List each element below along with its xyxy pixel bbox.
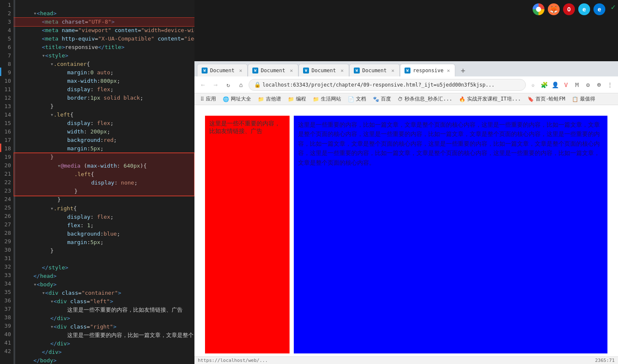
bookmark-frog-label: 首页-蛤蛙FM <box>536 95 565 103</box>
code-line-8: margin:0 auto; <box>14 60 194 68</box>
code-line-9: max-width:800px; <box>14 68 194 77</box>
code-line-1: ▾<head> <box>14 1 194 9</box>
firefox-logo[interactable]: 🦊 <box>548 3 560 15</box>
ie-logo[interactable]: e <box>578 3 590 15</box>
code-line-17: margin:5px; <box>14 136 194 144</box>
line-numbers: 1 2 3 4 5 6 7 8 9 10 11 12 13 14 15 16 1… <box>0 0 14 364</box>
right-content-text: 这里是一些重要的内容，比如一篇文章，文章是整个页面的核心内容，这里是一些重要的内… <box>298 121 600 166</box>
code-line-23: } <box>14 187 194 196</box>
code-line-20: .left{ <box>14 162 194 170</box>
tab-icon-4: W <box>354 68 360 73</box>
bookmark-miaosha-label: 秒杀信息_秒杀汇... <box>405 95 452 103</box>
bookmark-urls[interactable]: 🌐 网址大全 <box>220 95 254 103</box>
code-editor[interactable]: 1 2 3 4 5 6 7 8 9 10 11 12 13 14 15 16 1… <box>0 0 194 364</box>
bookmark-life[interactable]: 📁 生活网站 <box>310 95 344 103</box>
left-content-text: 这里是一些不重要的内容，比如友情链接、广告 <box>209 120 280 134</box>
status-bar: https://localhost/web/... 2365:71 <box>194 356 618 364</box>
extensions-icon[interactable]: 🧩 <box>539 80 549 90</box>
code-line-6: ▾<style> <box>14 43 194 52</box>
code-line-36: 这里是一些不重要的内容，比如友情链接、广告 <box>14 297 194 306</box>
sync-icon[interactable]: 👤 <box>550 80 560 90</box>
tab-close-2[interactable]: ✕ <box>289 67 294 74</box>
edge-logo[interactable]: e <box>593 3 605 15</box>
url-text: localhost:63343/project/chapter4/09-resp… <box>263 82 495 88</box>
code-line-16: background:red; <box>14 128 194 136</box>
forward-button[interactable]: → <box>211 80 221 90</box>
code-line-29: } <box>14 238 194 247</box>
code-line-41: </div> <box>14 340 194 348</box>
bookmarks-bar: ⠿ 应用 🌐 网址大全 📁 吉他谱 📁 编程 📁 生活网站 📄 文档 <box>194 93 618 105</box>
course-icon: 🔥 <box>459 96 465 102</box>
frog-icon: 🔖 <box>528 96 534 102</box>
tab-title-2: Document <box>261 68 287 73</box>
home-button[interactable]: ⌂ <box>236 80 246 90</box>
browser-tab-4[interactable]: W Document ✕ <box>349 64 400 76</box>
browser-window: W Document ✕ W Document ✕ W Document ✕ W… <box>194 61 618 364</box>
code-line-30 <box>14 247 194 255</box>
refresh-button[interactable]: ↻ <box>223 80 233 90</box>
bookmark-frog[interactable]: 🔖 首页-蛤蛙FM <box>525 95 568 103</box>
bookmark-icon[interactable]: ☆ <box>528 80 538 90</box>
bookmark-code-label: 编程 <box>296 95 306 103</box>
code-icon: 📁 <box>288 96 294 102</box>
more-icon[interactable]: ⋮ <box>605 80 615 90</box>
code-line-37: </div> <box>14 306 194 314</box>
url-bar[interactable]: 🔒 localhost:63343/project/chapter4/09-re… <box>249 79 526 91</box>
tab-title-3: Document <box>312 68 337 73</box>
bookmark-guitar-label: 吉他谱 <box>266 95 281 103</box>
code-content[interactable]: ▾<head> <meta charset="UTF-8"> <meta nam… <box>14 0 194 364</box>
line-indicator-blue <box>0 68 1 76</box>
browser-tab-5-active[interactable]: W responsive ✕ <box>400 64 455 76</box>
code-line-5: <title>responsive</title> <box>14 35 194 43</box>
bookmark-best[interactable]: 📋 最值得 <box>569 95 598 103</box>
ssl-icon: 🔒 <box>254 81 261 88</box>
line-indicator-red <box>0 144 1 152</box>
code-line-24: ▾.right{ <box>14 196 194 204</box>
browser-logos: 🦊 O e e <box>533 3 605 15</box>
bookmark-baidu[interactable]: 🐾 百度 <box>370 95 394 103</box>
bookmark-code[interactable]: 📁 编程 <box>285 95 309 103</box>
browser-tab-3[interactable]: W Document ✕ <box>298 64 349 76</box>
code-line-32: </head> <box>14 263 194 272</box>
code-line-28: margin:5px; <box>14 230 194 238</box>
bookmark-guitar[interactable]: 📁 吉他谱 <box>255 95 284 103</box>
code-line-27: background:blue; <box>14 221 194 230</box>
code-line-19: ▾@media (max-width: 640px){ <box>14 153 194 162</box>
status-url: https://localhost/web/... <box>198 358 268 363</box>
tab-close-5[interactable]: ✕ <box>446 67 451 74</box>
bookmark-apps[interactable]: ⠿ 应用 <box>198 95 219 103</box>
code-line-42: </body> <box>14 348 194 356</box>
browser-tab-1[interactable]: W Document ✕ <box>197 64 248 76</box>
tab-close-3[interactable]: ✕ <box>340 67 345 74</box>
chrome-logo[interactable] <box>533 3 544 15</box>
bookmark-urls-label: 网址大全 <box>231 95 251 103</box>
bookmark-miaosha[interactable]: ⏱ 秒杀信息_秒杀汇... <box>395 95 455 103</box>
media-query-highlight: ▾@media (max-width: 640px){ .left{ displ… <box>14 153 194 196</box>
code-line-2: <meta charset="UTF-8"> <box>14 9 194 18</box>
opera-logo[interactable]: O <box>563 3 575 15</box>
tab-icon-2: W <box>252 68 258 73</box>
page-content: 这里是一些不重要的内容，比如友情链接、广告 这里是一些重要的内容，比如一篇文章，… <box>194 105 618 364</box>
code-line-4: <meta http-equiv="X-UA-Compatible" conte… <box>14 26 194 35</box>
code-line-35: ▾<div class="left"> <box>14 289 194 297</box>
tab-close-4[interactable]: ✕ <box>391 67 395 74</box>
bookmark-docs[interactable]: 📄 文档 <box>345 95 369 103</box>
tab-close-1[interactable]: ✕ <box>238 67 243 74</box>
back-button[interactable]: ← <box>198 80 208 90</box>
bookmark-apps-label: 应用 <box>206 95 216 103</box>
bookmark-course[interactable]: 🔥 实战开发课程_IT培... <box>457 95 523 103</box>
code-line-21: display: none; <box>14 170 194 179</box>
code-line-10: display: flex; <box>14 77 194 85</box>
account-icon[interactable]: M <box>572 80 582 90</box>
settings-icon[interactable]: ⚙ <box>583 80 593 90</box>
address-bar: ← → ↻ ⌂ 🔒 localhost:63343/project/chapte… <box>194 76 618 93</box>
chrome-icon[interactable]: ⊕ <box>594 80 604 90</box>
status-position: 2365:71 <box>595 358 615 363</box>
tab-title-1: Document <box>210 68 236 73</box>
tab-icon-5: W <box>405 68 410 73</box>
vivaldi-icon[interactable]: V <box>561 80 571 90</box>
network-icon: 🌐 <box>223 96 229 102</box>
add-tab-button[interactable]: + <box>457 64 469 76</box>
guitar-icon: 📁 <box>258 96 264 102</box>
browser-tab-2[interactable]: W Document ✕ <box>248 64 298 76</box>
